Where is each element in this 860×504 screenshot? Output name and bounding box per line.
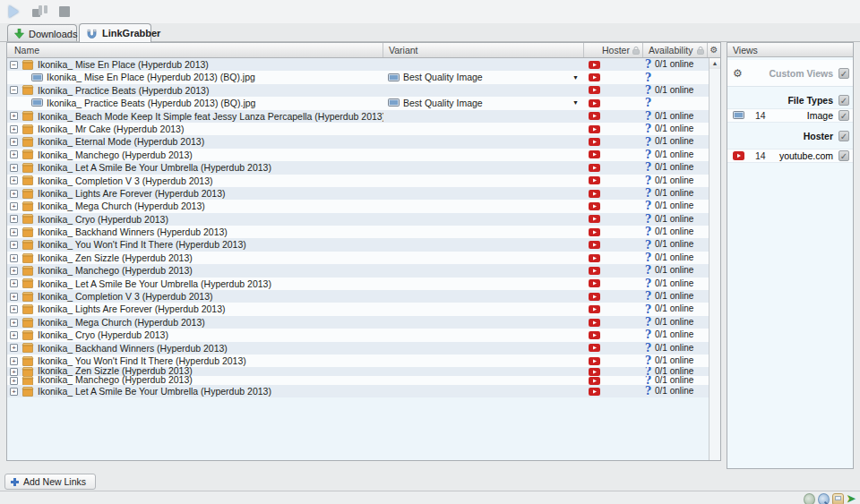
table-row[interactable]: + Ikonika_ Zen Sizzle (Hyperdub 2013) ? … [7,252,710,264]
table-row[interactable]: + Ikonika_ Beach Mode Keep It Simple fea… [7,110,710,123]
expander-toggle[interactable]: + [10,377,18,385]
name-cell[interactable]: + Ikonika_ Let A Smile Be Your Umbrella … [7,161,383,174]
expander-toggle[interactable]: + [10,176,18,184]
variant-cell[interactable]: Best Quality Image ▼ [383,71,584,83]
table-row[interactable]: + Ikonika_ Manchego (Hyperdub 2013) ? 0/… [7,264,710,277]
variant-cell[interactable] [383,367,584,376]
column-header-variant[interactable]: Variant [383,43,584,57]
name-cell[interactable]: − Ikonika_ Practice Beats (Hyperdub 2013… [7,84,383,97]
name-cell[interactable]: + Ikonika_ Beach Mode Keep It Simple fea… [7,110,383,123]
hoster-section-row[interactable]: Hoster ✓ [727,128,853,144]
stop-downloads-button[interactable] [56,4,75,20]
column-settings-button[interactable]: ⚙ [708,43,720,57]
window-icon[interactable] [832,493,844,504]
expander-toggle[interactable]: + [10,202,18,210]
name-cell[interactable]: + Ikonika_ Mr Cake (Hyperdub 2013) [7,123,383,135]
expander-toggle[interactable]: + [10,241,18,249]
name-cell[interactable]: + Ikonika_ Lights Are Forever (Hyperdub … [7,303,383,315]
table-row[interactable]: + Ikonika_ Mega Church (Hyperdub 2013) ?… [7,200,710,212]
variant-cell[interactable] [383,264,584,277]
variant-cell[interactable] [383,303,584,315]
expander-toggle[interactable]: + [10,279,18,287]
variant-cell[interactable] [383,278,584,290]
variant-cell[interactable] [383,385,584,397]
table-row[interactable]: + Ikonika_ You Won't Find It There (Hype… [7,355,710,367]
traffic-arrow-icon[interactable]: ➤ [847,493,858,504]
name-cell[interactable]: + Ikonika_ Let A Smile Be Your Umbrella … [7,278,383,290]
table-row[interactable]: + Ikonika_ Mega Church (Hyperdub 2013) ?… [7,316,710,329]
expander-toggle[interactable]: − [10,86,18,94]
column-header-hoster[interactable]: Hoster [584,43,643,57]
expander-toggle[interactable]: + [10,254,18,262]
expander-toggle[interactable]: + [10,331,18,339]
expander-toggle[interactable]: + [10,125,18,133]
table-row[interactable]: + Ikonika_ Zen Sizzle (Hyperdub 2013) ? … [7,367,710,376]
column-header-availability[interactable]: Availability [643,43,708,57]
variant-cell[interactable] [383,329,584,341]
table-row[interactable]: + Ikonika_ Cryo (Hyperdub 2013) ? 0/1 on… [7,213,710,226]
hoster-checkbox[interactable]: ✓ [838,150,849,161]
name-cell[interactable]: + Ikonika_ Manchego (Hyperdub 2013) [7,376,383,385]
variant-cell[interactable] [383,110,584,123]
variant-cell[interactable] [383,149,584,161]
expander-toggle[interactable]: + [10,228,18,236]
variant-cell[interactable] [383,58,584,71]
vertical-scrollbar[interactable]: ▲ [709,58,720,460]
custom-views-row[interactable]: ⚙ Custom Views ✓ [727,60,853,87]
name-cell[interactable]: + Ikonika_ Backhand Winners (Hyperdub 20… [7,342,383,355]
table-row[interactable]: + Ikonika_ Let A Smile Be Your Umbrella … [7,161,710,174]
name-cell[interactable]: + Ikonika_ Zen Sizzle (Hyperdub 2013) [7,367,383,376]
variant-cell[interactable] [383,342,584,355]
name-cell[interactable]: + Ikonika_ Cryo (Hyperdub 2013) [7,329,383,341]
variant-cell[interactable] [383,355,584,367]
name-cell[interactable]: + Ikonika_ Zen Sizzle (Hyperdub 2013) [7,252,383,264]
variant-dropdown-arrow[interactable]: ▼ [572,71,579,83]
expander-toggle[interactable]: + [10,357,18,365]
name-cell[interactable]: + Ikonika_ You Won't Find It There (Hype… [7,238,383,251]
file-types-section-row[interactable]: File Types ✓ [727,92,853,108]
name-cell[interactable]: + Ikonika_ Manchego (Hyperdub 2013) [7,264,383,277]
table-row[interactable]: + Ikonika_ Manchego (Hyperdub 2013) ? 0/… [7,376,710,385]
table-row[interactable]: + Ikonika_ Completion V 3 (Hyperdub 2013… [7,175,710,187]
table-row[interactable]: + Ikonika_ Cryo (Hyperdub 2013) ? 0/1 on… [7,329,710,341]
name-cell[interactable]: + Ikonika_ Lights Are Forever (Hyperdub … [7,187,383,200]
table-row[interactable]: − Ikonika_ Mise En Place (Hyperdub 2013)… [7,58,710,71]
table-row[interactable]: + Ikonika_ Backhand Winners (Hyperdub 20… [7,226,710,238]
variant-cell[interactable] [383,376,584,385]
name-cell[interactable]: + Ikonika_ Completion V 3 (Hyperdub 2013… [7,175,383,187]
search-icon[interactable] [818,493,830,504]
file-type-item-image[interactable]: 14 Image ✓ [727,108,853,123]
expander-toggle[interactable]: + [10,150,18,158]
expander-toggle[interactable]: + [10,164,18,172]
name-cell[interactable]: + Ikonika_ Backhand Winners (Hyperdub 20… [7,226,383,238]
table-row[interactable]: + Ikonika_ Eternal Mode (Hyperdub 2013) … [7,135,710,148]
table-row[interactable]: Ikonika_ Mise En Place (Hyperdub 2013) (… [7,71,710,83]
table-row[interactable]: + Ikonika_ Let A Smile Be Your Umbrella … [7,278,710,290]
variant-cell[interactable]: Best Quality Image ▼ [383,97,584,109]
name-cell[interactable]: Ikonika_ Mise En Place (Hyperdub 2013) (… [7,71,383,83]
column-header-name[interactable]: Name [7,43,383,57]
name-cell[interactable]: + Ikonika_ Mega Church (Hyperdub 2013) [7,316,383,329]
variant-cell[interactable] [383,290,584,303]
tab-linkgrabber[interactable]: LinkGrabber [79,23,151,42]
variant-cell[interactable] [383,123,584,135]
file-types-checkbox[interactable]: ✓ [838,95,849,106]
scroll-up-button[interactable]: ▲ [710,58,720,69]
expander-toggle[interactable]: + [10,190,18,198]
expander-toggle[interactable]: + [10,344,18,352]
file-type-checkbox[interactable]: ✓ [838,110,849,121]
expander-toggle[interactable]: + [10,368,18,376]
name-cell[interactable]: + Ikonika_ Cryo (Hyperdub 2013) [7,213,383,226]
variant-cell[interactable] [383,226,584,238]
tab-downloads[interactable]: Downloads [7,24,77,42]
expander-toggle[interactable]: + [10,319,18,327]
variant-cell[interactable] [383,200,584,212]
expander-toggle[interactable]: + [10,293,18,301]
variant-cell[interactable] [383,84,584,97]
expander-toggle[interactable]: + [10,305,18,313]
table-row[interactable]: + Ikonika_ Backhand Winners (Hyperdub 20… [7,342,710,355]
expander-toggle[interactable]: + [10,388,18,396]
name-cell[interactable]: + Ikonika_ Eternal Mode (Hyperdub 2013) [7,135,383,148]
reconnect-icon[interactable] [804,493,815,504]
table-row[interactable]: + Ikonika_ Let A Smile Be Your Umbrella … [7,385,710,397]
